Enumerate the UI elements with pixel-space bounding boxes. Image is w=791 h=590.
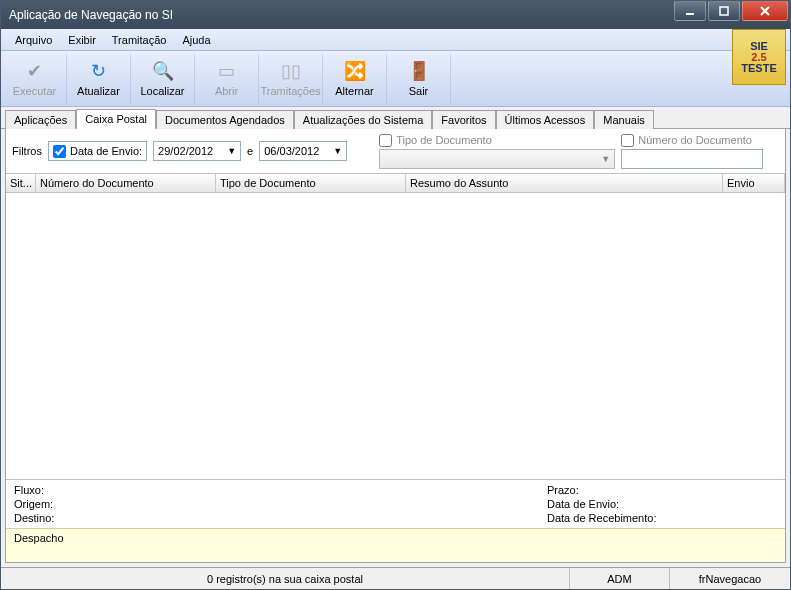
num-doc-input[interactable]: [621, 149, 763, 169]
folder-icon: ▭: [216, 60, 238, 82]
col-sit[interactable]: Sit...: [6, 174, 36, 192]
app-window: Aplicação de Navegação no SI Arquivo Exi…: [0, 0, 791, 590]
chevron-down-icon: ▼: [601, 154, 610, 164]
col-resumo[interactable]: Resumo do Assunto: [406, 174, 723, 192]
window-title: Aplicação de Navegação no SI: [9, 8, 674, 22]
statusbar: 0 registro(s) na sua caixa postal ADM fr…: [1, 567, 790, 589]
localizar-label: Localizar: [140, 85, 184, 97]
minimize-button[interactable]: [674, 1, 706, 21]
grid-body[interactable]: [6, 193, 785, 479]
atualizar-label: Atualizar: [77, 85, 120, 97]
filter-bar: Filtros Data de Envio: 29/02/2012 ▼ e 06…: [6, 129, 785, 173]
status-message: 0 registro(s) na sua caixa postal: [1, 568, 570, 589]
menu-ajuda[interactable]: Ajuda: [174, 32, 218, 48]
num-doc-label-row: Número do Documento: [621, 134, 763, 147]
sair-button[interactable]: 🚪 Sair: [387, 54, 451, 104]
titlebar: Aplicação de Navegação no SI: [1, 1, 790, 29]
chevron-down-icon: ▼: [333, 146, 342, 156]
tab-favoritos[interactable]: Favoritos: [432, 110, 495, 129]
date-to[interactable]: 06/03/2012 ▼: [259, 141, 347, 161]
logo-line1: SIE: [750, 41, 768, 52]
atualizar-button[interactable]: ↻ Atualizar: [67, 54, 131, 104]
check-icon: ✔: [24, 60, 46, 82]
tipo-doc-group: Tipo de Documento ▼: [379, 134, 615, 169]
abrir-button[interactable]: ▭ Abrir: [195, 54, 259, 104]
tab-aplicacoes[interactable]: Aplicações: [5, 110, 76, 129]
logo-line3: TESTE: [741, 63, 776, 74]
date-to-value: 06/03/2012: [264, 145, 319, 157]
num-doc-checkbox[interactable]: [621, 134, 634, 147]
switch-icon: 🔀: [344, 60, 366, 82]
prazo-label: Prazo:: [547, 484, 777, 496]
grid-header: Sit... Número do Documento Tipo de Docum…: [6, 173, 785, 193]
date-from-value: 29/02/2012: [158, 145, 213, 157]
detail-left: Fluxo: Origem: Destino:: [14, 484, 547, 524]
tab-atualizacoes[interactable]: Atualizações do Sistema: [294, 110, 432, 129]
executar-label: Executar: [13, 85, 56, 97]
num-doc-label: Número do Documento: [638, 134, 752, 146]
docs-icon: ▯▯: [280, 60, 302, 82]
data-envio-detail: Data de Envio:: [547, 498, 777, 510]
menu-arquivo[interactable]: Arquivo: [7, 32, 60, 48]
content-area: Filtros Data de Envio: 29/02/2012 ▼ e 06…: [5, 129, 786, 563]
window-buttons: [674, 1, 790, 29]
tab-manuais[interactable]: Manuais: [594, 110, 654, 129]
tabstrip: Aplicações Caixa Postal Documentos Agend…: [1, 107, 790, 129]
sair-label: Sair: [409, 85, 429, 97]
tab-ultimos-acessos[interactable]: Últimos Acessos: [496, 110, 595, 129]
date-from[interactable]: 29/02/2012 ▼: [153, 141, 241, 161]
detail-right: Prazo: Data de Envio: Data de Recebiment…: [547, 484, 777, 524]
menu-tramitacao[interactable]: Tramitação: [104, 32, 175, 48]
data-envio-label: Data de Envio:: [70, 145, 142, 157]
status-form: frNavegacao: [670, 568, 790, 589]
app-logo: SIE 2.5 TESTE: [732, 29, 786, 85]
filtros-label: Filtros: [12, 145, 42, 157]
menu-exibir[interactable]: Exibir: [60, 32, 104, 48]
exit-icon: 🚪: [408, 60, 430, 82]
data-envio-filter[interactable]: Data de Envio:: [48, 141, 147, 161]
executar-button[interactable]: ✔ Executar: [3, 54, 67, 104]
tipo-doc-label: Tipo de Documento: [396, 134, 492, 146]
tipo-doc-combo[interactable]: ▼: [379, 149, 615, 169]
alternar-label: Alternar: [335, 85, 374, 97]
destino-label: Destino:: [14, 512, 547, 524]
data-rec-label: Data de Recebimento:: [547, 512, 777, 524]
chevron-down-icon: ▼: [227, 146, 236, 156]
data-envio-checkbox[interactable]: [53, 145, 66, 158]
fluxo-label: Fluxo:: [14, 484, 547, 496]
tipo-doc-checkbox[interactable]: [379, 134, 392, 147]
num-doc-group: Número do Documento: [621, 134, 763, 169]
e-label: e: [247, 145, 253, 157]
refresh-icon: ↻: [88, 60, 110, 82]
despacho-panel: Despacho: [6, 528, 785, 562]
maximize-button[interactable]: [708, 1, 740, 21]
tab-caixa-postal[interactable]: Caixa Postal: [76, 109, 156, 129]
col-envio[interactable]: Envio: [723, 174, 785, 192]
tramitacoes-button[interactable]: ▯▯ Tramitações: [259, 54, 323, 104]
menubar: Arquivo Exibir Tramitação Ajuda SIE 2.5 …: [1, 29, 790, 51]
tab-documentos-agendados[interactable]: Documentos Agendados: [156, 110, 294, 129]
col-numero[interactable]: Número do Documento: [36, 174, 216, 192]
detail-panel: Fluxo: Origem: Destino: Prazo: Data de E…: [6, 479, 785, 528]
abrir-label: Abrir: [215, 85, 238, 97]
tramitacoes-label: Tramitações: [260, 85, 320, 97]
search-icon: 🔍: [152, 60, 174, 82]
status-user: ADM: [570, 568, 670, 589]
despacho-label: Despacho: [14, 532, 64, 544]
col-tipo[interactable]: Tipo de Documento: [216, 174, 406, 192]
toolbar: ✔ Executar ↻ Atualizar 🔍 Localizar ▭ Abr…: [1, 51, 790, 107]
logo-line2: 2.5: [751, 52, 766, 63]
close-button[interactable]: [742, 1, 788, 21]
svg-rect-1: [720, 7, 728, 15]
tipo-doc-label-row: Tipo de Documento: [379, 134, 615, 147]
origem-label: Origem:: [14, 498, 547, 510]
alternar-button[interactable]: 🔀 Alternar: [323, 54, 387, 104]
localizar-button[interactable]: 🔍 Localizar: [131, 54, 195, 104]
